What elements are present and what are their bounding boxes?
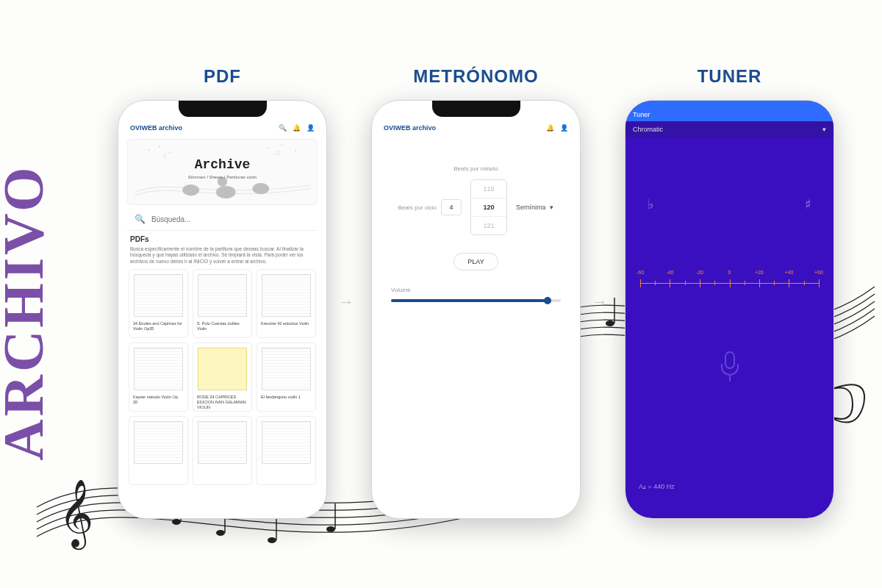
column-label-metronome: METRÓNOMO	[413, 66, 538, 87]
search-row[interactable]: 🔍	[127, 208, 318, 231]
pdf-card-title	[193, 468, 251, 484]
pdf-card-title: S. Polo Cuerdas dobles Violin	[193, 321, 251, 337]
archive-hero: ♪♫ Archive Sti	[127, 139, 318, 205]
svg-point-7	[326, 526, 335, 532]
chevron-down-icon: ▾	[822, 126, 826, 133]
svg-point-21	[148, 149, 150, 151]
volume-label: Volume	[391, 287, 561, 293]
bpm-picker[interactable]: 119 120 121	[470, 179, 507, 235]
user-icon[interactable]: 👤	[306, 124, 315, 132]
pdf-card[interactable]	[129, 416, 188, 485]
svg-text:♪: ♪	[163, 151, 167, 159]
pdf-appbar: OVIWEB archivo 🔍 🔔 👤	[124, 123, 320, 136]
flat-icon: ♭	[648, 196, 653, 212]
svg-point-5	[268, 537, 276, 543]
svg-text:𝄞: 𝄞	[59, 480, 93, 551]
svg-point-24	[267, 147, 268, 148]
pdf-card-title: RODE 24 CAPRICES EDICION IVAN GALAMIAN V…	[193, 395, 251, 411]
arrow-icon: →	[338, 293, 354, 312]
pdf-card-title: Kayser método Violin Op. 20	[129, 395, 187, 411]
svg-point-23	[169, 151, 171, 153]
svg-point-22	[159, 146, 160, 148]
bell-icon[interactable]: 🔔	[293, 124, 301, 132]
pdf-card[interactable]: Kreutzer 42 estudios Violin	[257, 269, 316, 338]
note-value-select[interactable]: Semínima ▾	[516, 204, 554, 211]
pdf-card[interactable]	[193, 416, 252, 485]
beats-per-cycle-input[interactable]: 4	[441, 199, 462, 215]
pdf-card[interactable]: S. Polo Cuerdas dobles Violin	[193, 269, 252, 338]
search-input[interactable]	[151, 215, 310, 223]
archive-hero-title: Archive	[195, 157, 251, 172]
microphone-icon[interactable]	[717, 351, 742, 383]
svg-point-31	[252, 183, 269, 194]
pdf-card[interactable]	[257, 416, 316, 485]
bpm-next[interactable]: 121	[471, 217, 506, 234]
volume-slider-fill	[391, 299, 548, 302]
archive-hero-subtitle: Stimmen / Sheets / Partituras violin	[188, 175, 257, 181]
pdf-section-header: PDFs	[124, 232, 320, 246]
pdf-card[interactable]: RODE 24 CAPRICES EDICION IVAN GALAMIAN V…	[193, 343, 252, 412]
column-label-tuner: TUNER	[698, 66, 762, 87]
svg-point-26	[295, 150, 296, 151]
bpc-label: Beats por ciclo	[398, 204, 437, 211]
bell-icon[interactable]: 🔔	[546, 124, 554, 132]
pdf-appbar-title: OVIWEB archivo	[130, 124, 182, 132]
svg-point-30	[216, 186, 236, 198]
svg-point-25	[281, 145, 282, 146]
svg-point-29	[182, 184, 199, 196]
bpm-prev[interactable]: 119	[471, 180, 506, 198]
search-icon: 🔍	[135, 214, 146, 224]
svg-point-3	[216, 530, 225, 536]
arrow-icon: →	[592, 293, 608, 312]
pdf-card[interactable]: El fandanguito violin 1	[257, 343, 316, 412]
tuner-title: Tuner	[633, 111, 650, 118]
tuner-mode-label: Chromatic	[633, 126, 663, 133]
reference-frequency: A₄ = 440 Hz	[639, 483, 675, 490]
pdf-card-title	[257, 468, 315, 484]
bpm-label: Beats por minuto	[391, 165, 561, 172]
search-icon[interactable]: 🔍	[279, 124, 287, 132]
pdf-card-title	[129, 468, 187, 484]
tuner-mode-select[interactable]: Chromatic ▾	[625, 121, 833, 137]
volume-slider-thumb[interactable]	[544, 297, 551, 304]
sharp-icon: ♯	[805, 196, 811, 212]
volume-slider[interactable]	[391, 299, 561, 302]
pdf-card[interactable]: Kayser método Violin Op. 20	[129, 343, 188, 412]
pdf-grid: 24 Etudes and Caprices for Violin Op35 S…	[124, 269, 320, 485]
note-value-label: Semínima	[516, 204, 546, 211]
play-button[interactable]: PLAY	[453, 253, 498, 270]
pdf-card-title: El fandanguito violin 1	[257, 395, 315, 411]
svg-rect-33	[725, 352, 734, 368]
chevron-down-icon: ▾	[550, 204, 553, 211]
pdf-card[interactable]: 24 Etudes and Caprices for Violin Op35	[129, 269, 188, 338]
page-vertical-title: ARCHIVO	[0, 164, 57, 460]
column-label-pdf: PDF	[204, 66, 241, 87]
pdf-card-title: 24 Etudes and Caprices for Violin Op35	[129, 321, 187, 337]
cents-ruler: -60 -40 -20 0 +20 +40 +60	[640, 270, 819, 299]
pdf-helper-text: Busca específicamente el nombre de la pa…	[124, 246, 320, 269]
metronome-appbar-title: OVIWEB archivo	[384, 124, 436, 132]
svg-point-1	[172, 519, 181, 525]
phone-tuner: Tuner Chromatic ▾ ♭ ♯ -60 -40 -20 0 +20	[625, 100, 834, 519]
bpm-current[interactable]: 120	[471, 198, 506, 217]
metronome-appbar: OVIWEB archivo 🔔 👤	[378, 123, 574, 136]
phone-metronome: OVIWEB archivo 🔔 👤 Beats por minuto Beat…	[371, 100, 581, 519]
user-icon[interactable]: 👤	[560, 124, 568, 132]
svg-text:♫: ♫	[275, 148, 280, 157]
phone-pdf: OVIWEB archivo 🔍 🔔 👤 ♪♫	[118, 100, 327, 519]
tuner-titlebar: Tuner	[625, 101, 833, 121]
pdf-card-title: Kreutzer 42 estudios Violin	[257, 321, 315, 337]
